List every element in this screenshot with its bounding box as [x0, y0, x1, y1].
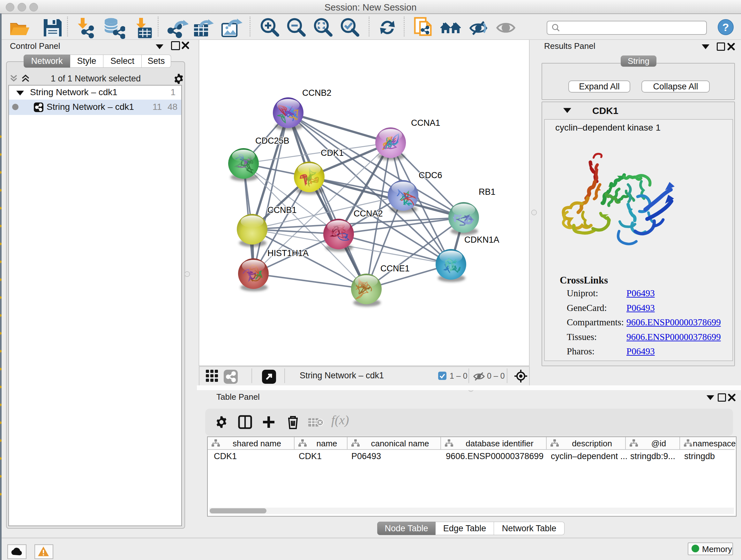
svg-text:CDKN1A: CDKN1A	[464, 235, 499, 245]
svg-text:CDC25B: CDC25B	[255, 136, 289, 145]
svg-text:CDC6: CDC6	[419, 171, 442, 180]
svg-text:?: ?	[723, 21, 729, 33]
svg-text:CCNA1: CCNA1	[411, 118, 441, 128]
svg-text:RB1: RB1	[479, 187, 495, 197]
svg-text:CCNE1: CCNE1	[381, 264, 410, 273]
svg-text:CDK1: CDK1	[321, 148, 344, 158]
svg-text:CCNB2: CCNB2	[302, 88, 332, 98]
svg-text:CCNA2: CCNA2	[354, 209, 383, 219]
svg-text:HIST1H1A: HIST1H1A	[267, 248, 309, 258]
svg-text:CCNB1: CCNB1	[267, 205, 297, 215]
